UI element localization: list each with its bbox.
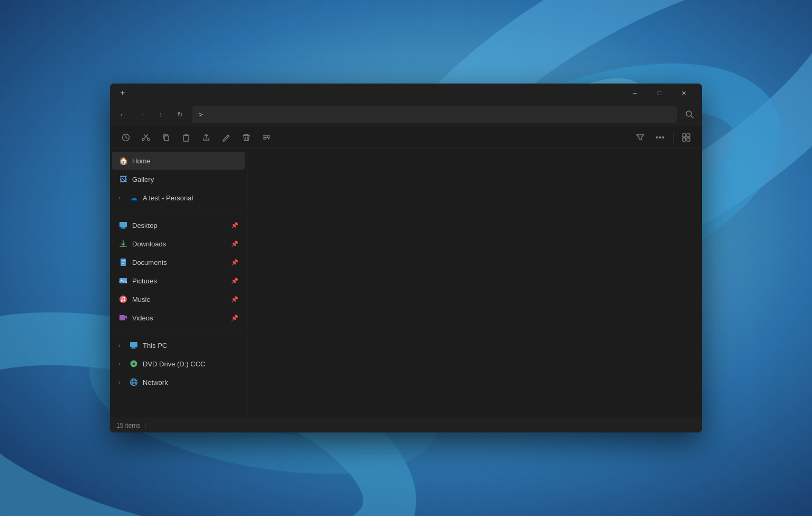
- sidebar-gallery-label: Gallery: [132, 176, 238, 183]
- share-button[interactable]: [197, 128, 216, 147]
- sidebar-dvd-label: DVD Drive (D:) CCC: [143, 360, 238, 368]
- svg-rect-15: [183, 135, 189, 141]
- title-bar-left: +: [116, 87, 129, 99]
- documents-pin-icon: 📌: [231, 259, 238, 266]
- recent-icon: [122, 133, 130, 142]
- cut-button[interactable]: [136, 128, 155, 147]
- svg-point-33: [121, 300, 123, 302]
- sidebar-home-label: Home: [132, 157, 238, 165]
- svg-rect-20: [687, 134, 690, 137]
- svg-point-34: [124, 300, 125, 301]
- recent-button[interactable]: [116, 128, 135, 147]
- downloads-icon: [118, 239, 128, 248]
- explorer-window: + ─ □ ✕ ← → ↑ ↻ >: [110, 84, 702, 432]
- sidebar-onedrive-label: A test - Personal: [143, 194, 238, 202]
- back-button[interactable]: ←: [114, 106, 131, 123]
- more-button[interactable]: •••: [651, 128, 670, 147]
- address-bar[interactable]: >: [192, 106, 677, 123]
- videos-pin-icon: 📌: [231, 315, 238, 321]
- paste-icon: [182, 133, 190, 142]
- sidebar-item-desktop[interactable]: Desktop 📌: [112, 216, 245, 234]
- pictures-icon: [118, 276, 128, 285]
- sidebar-network-label: Network: [143, 379, 238, 386]
- gallery-icon: 🖼: [118, 174, 128, 184]
- svg-point-13: [147, 139, 150, 141]
- svg-rect-14: [164, 136, 169, 141]
- view-toggle-icon: [682, 133, 690, 142]
- sidebar-divider-1: [114, 209, 243, 209]
- forward-button[interactable]: →: [133, 106, 150, 123]
- sidebar-thispc-label: This PC: [143, 342, 238, 349]
- sidebar-item-videos[interactable]: Videos 📌: [112, 309, 245, 327]
- up-button[interactable]: ↑: [152, 106, 169, 123]
- more-icon: •••: [656, 133, 665, 142]
- delete-icon: [242, 133, 251, 142]
- sidebar-downloads-label: Downloads: [132, 240, 227, 248]
- paste-button[interactable]: [177, 128, 196, 147]
- svg-rect-22: [687, 138, 690, 141]
- delete-button[interactable]: [237, 128, 256, 147]
- new-tab-button[interactable]: +: [116, 87, 129, 99]
- sidebar-item-pictures[interactable]: Pictures 📌: [112, 272, 245, 290]
- sidebar-divider-2: [114, 329, 243, 329]
- items-count: 15 items: [116, 422, 140, 429]
- svg-point-41: [133, 363, 134, 364]
- pictures-pin-icon: 📌: [231, 278, 238, 284]
- copy-button[interactable]: [156, 128, 176, 147]
- desktop-icon: [118, 220, 128, 230]
- view-toggle-button[interactable]: [677, 128, 696, 147]
- sidebar-music-label: Music: [132, 296, 227, 303]
- sidebar-item-thispc[interactable]: › This PC: [112, 336, 245, 354]
- sidebar-item-gallery[interactable]: 🖼 Gallery: [112, 170, 245, 188]
- close-button[interactable]: ✕: [671, 85, 696, 102]
- rename-button[interactable]: [217, 128, 236, 147]
- sidebar-item-onedrive[interactable]: › ☁ A test - Personal: [112, 189, 245, 207]
- dvd-icon: [129, 359, 139, 368]
- sort-button[interactable]: [257, 128, 276, 147]
- thispc-expand-icon: ›: [118, 343, 125, 348]
- desktop-pin-icon: 📌: [231, 222, 238, 229]
- videos-icon: [118, 313, 128, 322]
- breadcrumb-chevron: >: [199, 110, 203, 118]
- dvd-expand-icon: ›: [118, 361, 125, 367]
- sort-icon: [262, 133, 271, 142]
- sidebar-desktop-label: Desktop: [132, 222, 227, 229]
- svg-rect-23: [119, 222, 127, 227]
- music-pin-icon: 📌: [231, 296, 238, 303]
- filter-button[interactable]: [631, 128, 650, 147]
- toolbar-separator: [673, 132, 673, 143]
- thispc-icon: [129, 340, 139, 350]
- svg-rect-24: [122, 227, 125, 228]
- home-icon: 🏠: [118, 156, 128, 165]
- refresh-button[interactable]: ↻: [171, 106, 188, 123]
- share-icon: [202, 133, 210, 142]
- file-area[interactable]: [247, 149, 702, 418]
- minimize-button[interactable]: ─: [623, 85, 647, 102]
- sidebar-item-downloads[interactable]: Downloads 📌: [112, 235, 245, 253]
- sidebar-item-music[interactable]: Music 📌: [112, 290, 245, 308]
- sidebar-pictures-label: Pictures: [132, 277, 227, 285]
- sidebar-item-dvd[interactable]: › DVD Drive (D:) CCC: [112, 355, 245, 373]
- title-bar: + ─ □ ✕: [110, 84, 702, 103]
- status-bar: 15 items |: [110, 418, 702, 432]
- svg-line-8: [691, 116, 693, 118]
- music-icon: [118, 294, 128, 304]
- cut-icon: [142, 133, 150, 142]
- navigation-bar: ← → ↑ ↻ >: [110, 103, 702, 126]
- maximize-button[interactable]: □: [647, 85, 671, 102]
- status-separator: |: [144, 422, 146, 429]
- search-button[interactable]: [681, 106, 698, 123]
- downloads-pin-icon: 📌: [231, 241, 238, 247]
- toolbar: •••: [110, 126, 702, 149]
- onedrive-expand-icon: ›: [118, 195, 125, 201]
- svg-rect-36: [130, 342, 137, 347]
- onedrive-icon: ☁: [129, 193, 139, 202]
- svg-rect-38: [131, 348, 136, 349]
- network-expand-icon: ›: [118, 380, 125, 385]
- svg-rect-25: [121, 228, 126, 229]
- window-controls: ─ □ ✕: [623, 85, 696, 102]
- sidebar-item-documents[interactable]: Documents 📌: [112, 253, 245, 271]
- sidebar-item-home[interactable]: 🏠 Home: [112, 152, 245, 170]
- svg-rect-19: [682, 134, 686, 137]
- sidebar-item-network[interactable]: › Network: [112, 373, 245, 391]
